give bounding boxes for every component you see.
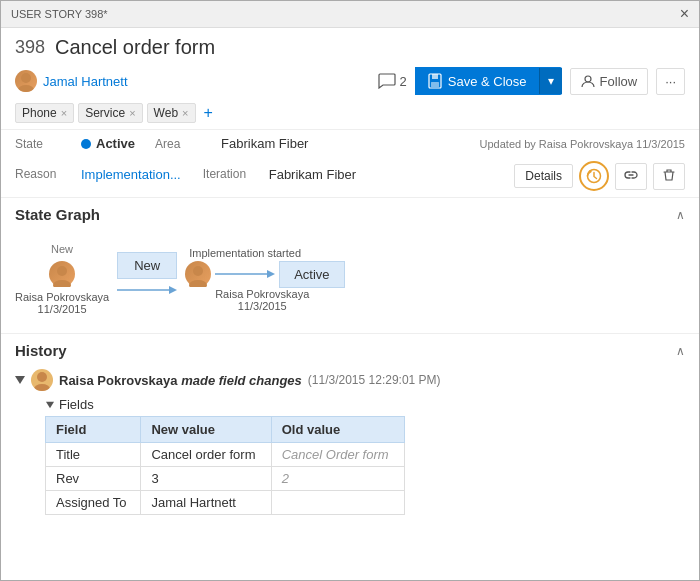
fields-label-row: Fields <box>45 397 685 412</box>
svg-point-0 <box>21 73 31 83</box>
meta-row2: Reason Implementation... Iteration Fabri… <box>15 157 685 191</box>
tag-web: Web × <box>147 103 196 123</box>
close-icon[interactable]: × <box>680 5 689 23</box>
state-graph-content: New Raisa Pokrovskaya11/3/2015 New Imple… <box>15 233 685 325</box>
state-person-1: Raisa Pokrovskaya11/3/2015 <box>15 291 109 315</box>
work-item-id: 398 <box>15 37 45 58</box>
reason-value[interactable]: Implementation... <box>81 167 181 182</box>
tag-web-close[interactable]: × <box>182 107 188 119</box>
history-entry: Raisa Pokrovskaya made field changes (11… <box>15 369 685 515</box>
work-item-name: Cancel order form <box>55 36 215 59</box>
arrow-2-section: Implementation started Active Raisa Pokr… <box>185 247 344 312</box>
area-row: Area Fabrikam Fiber <box>155 136 308 151</box>
state-graph-collapse[interactable]: ∧ <box>676 208 685 222</box>
svg-rect-4 <box>431 82 439 87</box>
svg-point-7 <box>57 266 67 276</box>
save-icon <box>427 73 443 89</box>
state-node-new: New Raisa Pokrovskaya11/3/2015 <box>15 243 109 315</box>
work-item-title-row: 398 Cancel order form <box>15 36 685 59</box>
arrow-1: New <box>117 252 177 297</box>
field-new-assigned: Jamal Hartnett <box>141 491 271 515</box>
link-icon <box>624 168 638 182</box>
comment-count: 2 <box>378 73 407 89</box>
fields-table: Field New value Old value Title Cancel o… <box>45 416 405 515</box>
details-button[interactable]: Details <box>514 164 573 188</box>
history-title: History <box>15 342 67 359</box>
area-value: Fabrikam Fiber <box>221 136 308 151</box>
state-graph-header: State Graph ∧ <box>15 206 685 223</box>
iteration-label: Iteration <box>203 167 263 181</box>
more-button[interactable]: ··· <box>656 68 685 95</box>
clock-icon <box>586 168 602 184</box>
state-graph-title: State Graph <box>15 206 100 223</box>
iteration-value: Fabrikam Fiber <box>269 167 356 182</box>
comment-count-value: 2 <box>400 74 407 89</box>
svg-point-15 <box>37 372 47 382</box>
save-close-button[interactable]: Save & Close ▾ <box>415 67 562 95</box>
trash-icon <box>662 168 676 182</box>
tags-row: Phone × Service × Web × + <box>15 103 685 123</box>
title-bar: USER STORY 398* × <box>1 1 699 28</box>
details-bar: Details <box>514 161 685 191</box>
state-box-active: Active <box>279 261 344 288</box>
state-avatar-1 <box>49 261 75 287</box>
state-box-new: New <box>117 252 177 279</box>
fields-triangle[interactable] <box>46 401 54 407</box>
table-row: Assigned To Jamal Hartnett <box>46 491 405 515</box>
history-action: made field changes <box>181 373 302 388</box>
collapse-triangle[interactable] <box>15 376 25 384</box>
history-icon-button[interactable] <box>579 161 609 191</box>
fields-label: Fields <box>59 397 94 412</box>
follow-label: Follow <box>600 74 638 89</box>
save-main-button[interactable]: Save & Close <box>415 67 539 95</box>
state-dot <box>81 139 91 149</box>
history-header-row: History ∧ <box>15 342 685 359</box>
tag-phone-close[interactable]: × <box>61 107 67 119</box>
reason-label: Reason <box>15 167 75 181</box>
svg-point-1 <box>18 85 34 92</box>
svg-point-5 <box>585 76 591 82</box>
area-label: Area <box>155 137 215 151</box>
field-new-rev: 3 <box>141 467 271 491</box>
tag-service: Service × <box>78 103 142 123</box>
save-close-label: Save & Close <box>448 74 527 89</box>
state-graph-section: State Graph ∧ New Raisa Pokrovskaya11/3/… <box>1 198 699 334</box>
arrow-label: Implementation started <box>189 247 301 259</box>
field-old-assigned <box>271 491 404 515</box>
more-label: ··· <box>665 74 676 89</box>
history-collapse[interactable]: ∧ <box>676 344 685 358</box>
svg-point-12 <box>189 280 207 287</box>
save-dropdown-button[interactable]: ▾ <box>539 68 562 94</box>
tag-phone: Phone × <box>15 103 74 123</box>
avatar <box>15 70 37 92</box>
field-old-title: Cancel Order form <box>271 443 404 467</box>
field-name-title: Title <box>46 443 141 467</box>
field-new-title: Cancel order form <box>141 443 271 467</box>
link-button[interactable] <box>615 163 647 190</box>
meta-section: State Active Area Fabrikam Fiber Updated… <box>1 130 699 198</box>
history-avatar <box>31 369 53 391</box>
svg-point-8 <box>53 280 71 287</box>
svg-point-11 <box>193 266 203 276</box>
state-label: State <box>15 137 75 151</box>
state-row: State Active <box>15 136 135 151</box>
add-tag-button[interactable]: + <box>200 104 217 122</box>
state-avatar-2 <box>185 261 211 287</box>
state-value: Active <box>81 136 135 151</box>
fields-table-header: Field New value Old value <box>46 417 405 443</box>
table-row: Rev 3 2 <box>46 467 405 491</box>
col-old-value: Old value <box>271 417 404 443</box>
table-row: Title Cancel order form Cancel Order for… <box>46 443 405 467</box>
col-field: Field <box>46 417 141 443</box>
svg-rect-3 <box>432 74 438 79</box>
state-person-2: Raisa Pokrovskaya11/3/2015 <box>215 288 309 312</box>
field-name-rev: Rev <box>46 467 141 491</box>
svg-marker-10 <box>169 286 177 294</box>
assigned-user: Jamal Hartnett <box>15 70 128 92</box>
history-section: History ∧ Raisa Pokrovskaya made field c… <box>1 334 699 523</box>
delete-button[interactable] <box>653 163 685 190</box>
tag-service-close[interactable]: × <box>129 107 135 119</box>
follow-button[interactable]: Follow <box>570 68 649 95</box>
fields-section: Fields Field New value Old value Title C… <box>45 397 685 515</box>
header-section: 398 Cancel order form Jamal Hartnett 2 S… <box>1 28 699 130</box>
